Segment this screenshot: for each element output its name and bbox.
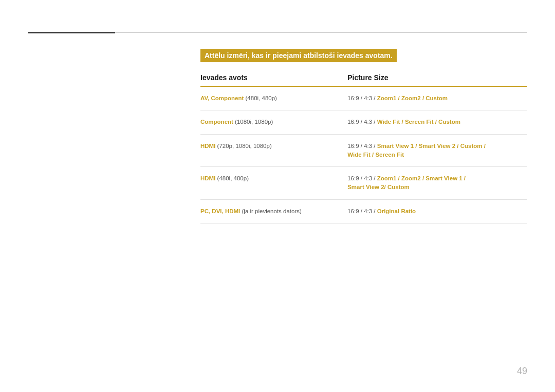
page-container: Attēlu izmēri, kas ir pieejami atbilstoš… xyxy=(0,0,555,392)
size-highlight-2: Wide Fit / Screen Fit / Custom xyxy=(377,119,460,125)
input-bold-5: PC, DVI, HDMI xyxy=(200,208,240,214)
page-number: 49 xyxy=(517,366,527,377)
size-normal-2: 16:9 / 4:3 / xyxy=(347,119,377,125)
table-header: Ievades avots Picture Size xyxy=(200,73,527,87)
cell-input-5: PC, DVI, HDMI (ja ir pievienots dators) xyxy=(200,207,347,216)
cell-input-4: HDMI (480i, 480p) xyxy=(200,174,347,183)
size-highlight-4a: Zoom1 / Zoom2 / Smart View 1 / xyxy=(377,175,466,181)
input-bold-3: HDMI xyxy=(200,143,215,149)
top-bar-light-segment xyxy=(115,32,527,33)
cell-size-5: 16:9 / 4:3 / Original Ratio xyxy=(347,207,527,216)
top-bar-dark-segment xyxy=(28,32,115,33)
input-normal-5: (ja ir pievienots dators) xyxy=(240,208,302,214)
cell-input-3: HDMI (720p, 1080i, 1080p) xyxy=(200,142,347,151)
top-bar xyxy=(28,32,527,33)
cell-size-3: 16:9 / 4:3 / Smart View 1 / Smart View 2… xyxy=(347,142,527,160)
input-normal-3: (720p, 1080i, 1080p) xyxy=(215,143,271,149)
table-row: HDMI (480i, 480p) 16:9 / 4:3 / Zoom1 / Z… xyxy=(200,167,527,200)
input-normal-1: (480i, 480p) xyxy=(244,95,277,101)
input-bold-4: HDMI xyxy=(200,175,215,181)
size-normal-4: 16:9 / 4:3 / xyxy=(347,175,377,181)
cell-input-1: AV, Component (480i, 480p) xyxy=(200,94,347,103)
size-normal-1: 16:9 / 4:3 / xyxy=(347,95,377,101)
input-bold-2: Component xyxy=(200,119,233,125)
size-normal-3: 16:9 / 4:3 / xyxy=(347,143,377,149)
cell-size-4: 16:9 / 4:3 / Zoom1 / Zoom2 / Smart View … xyxy=(347,174,527,192)
cell-size-2: 16:9 / 4:3 / Wide Fit / Screen Fit / Cus… xyxy=(347,118,527,126)
table-row: PC, DVI, HDMI (ja ir pievienots dators) … xyxy=(200,200,527,223)
main-content: Attēlu izmēri, kas ir pieejami atbilstoš… xyxy=(200,49,527,223)
size-normal-5: 16:9 / 4:3 / xyxy=(347,208,377,214)
table-row: Component (1080i, 1080p) 16:9 / 4:3 / Wi… xyxy=(200,110,527,134)
table-row: AV, Component (480i, 480p) 16:9 / 4:3 / … xyxy=(200,87,527,110)
size-highlight-1: Zoom1 / Zoom2 / Custom xyxy=(377,95,448,101)
cell-size-1: 16:9 / 4:3 / Zoom1 / Zoom2 / Custom xyxy=(347,94,527,103)
col-header-size: Picture Size xyxy=(347,73,527,82)
input-bold-1: AV, Component xyxy=(200,95,244,101)
table-row: HDMI (720p, 1080i, 1080p) 16:9 / 4:3 / S… xyxy=(200,135,527,167)
input-normal-4: (480i, 480p) xyxy=(215,175,249,181)
size-highlight-3b: Wide Fit / Screen Fit xyxy=(347,152,404,158)
size-highlight-4b: Smart View 2/ Custom xyxy=(347,184,410,190)
input-normal-2: (1080i, 1080p) xyxy=(233,119,273,125)
size-highlight-5: Original Ratio xyxy=(377,208,416,214)
col-header-input: Ievades avots xyxy=(200,73,347,82)
cell-input-2: Component (1080i, 1080p) xyxy=(200,118,347,126)
section-title: Attēlu izmēri, kas ir pieejami atbilstoš… xyxy=(200,49,397,62)
size-highlight-3a: Smart View 1 / Smart View 2 / Custom / xyxy=(377,143,486,149)
